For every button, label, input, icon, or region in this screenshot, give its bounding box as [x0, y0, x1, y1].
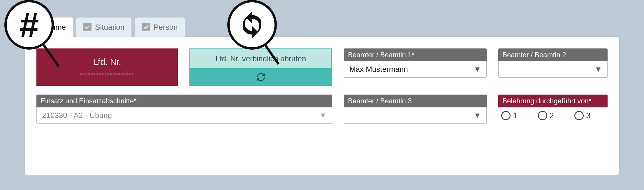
tab-bar: bernahme Situation Person — [25, 18, 619, 37]
chevron-down-icon: ▼ — [594, 65, 602, 74]
tab-label: Person — [154, 23, 177, 32]
assignment-label: Einsatz und Einsatzabschnitte* — [36, 95, 332, 107]
refresh-icon — [190, 69, 331, 85]
assignment-cell: Einsatz und Einsatzabschnitte* 210330 - … — [36, 95, 332, 124]
radio-icon — [538, 111, 547, 120]
officer-3-label: Beamter / Beamtin 3 — [344, 95, 487, 107]
officer-1-value: Max Mustermann — [349, 65, 408, 74]
radio-icon — [574, 111, 584, 120]
officer-2-select[interactable]: ▼ — [498, 61, 608, 78]
instruction-radio-3[interactable]: 3 — [574, 111, 591, 120]
lfd-nr-fetch-button[interactable]: Lfd. Nr. verbindlich abrufen — [189, 48, 332, 86]
fetch-label: Lfd. Nr. verbindlich abrufen — [190, 49, 331, 69]
radio-label: 3 — [586, 111, 591, 120]
assignment-value: 210330 - A2 - Übung — [42, 111, 112, 120]
callout-refresh — [227, 0, 277, 50]
radio-label: 2 — [550, 111, 554, 120]
officer-2-cell: Beamter / Beamtin 2 ▼ — [498, 48, 608, 86]
form-panel: Lfd. Nr. -------------------- Lfd. Nr. v… — [25, 37, 619, 175]
check-icon — [83, 23, 92, 31]
instruction-radios: 1 2 3 — [498, 107, 608, 124]
assignment-select[interactable]: 210330 - A2 - Übung ▼ — [36, 107, 332, 124]
check-icon — [142, 23, 150, 31]
instruction-cell: Belehrung durchgeführt von* 1 2 3 — [498, 95, 608, 124]
officer-1-label: Beamter / Beamtin 1* — [344, 48, 487, 61]
chevron-down-icon: ▼ — [319, 111, 327, 120]
officer-3-cell: Beamter / Beamtin 3 ▼ — [344, 95, 487, 124]
tab-situation[interactable]: Situation — [76, 18, 131, 37]
radio-icon — [501, 111, 511, 120]
tab-person[interactable]: Person — [135, 18, 184, 37]
chevron-down-icon: ▼ — [474, 65, 481, 74]
tab-label: Situation — [95, 23, 124, 32]
instruction-radio-2[interactable]: 2 — [538, 111, 554, 120]
officer-1-select[interactable]: Max Mustermann ▼ — [344, 61, 487, 78]
instruction-label: Belehrung durchgeführt von* — [498, 95, 608, 107]
refresh-icon — [237, 10, 267, 39]
radio-label: 1 — [513, 111, 518, 120]
chevron-down-icon: ▼ — [474, 111, 481, 120]
officer-3-select[interactable]: ▼ — [344, 107, 487, 124]
instruction-radio-1[interactable]: 1 — [501, 111, 518, 120]
lfd-nr-value: -------------------- — [80, 70, 134, 77]
officer-2-label: Beamter / Beamtin 2 — [498, 48, 608, 61]
lfd-nr-title: Lfd. Nr. — [93, 57, 121, 67]
callout-hash: # — [4, 0, 54, 50]
hash-icon: # — [20, 7, 39, 42]
officer-1-cell: Beamter / Beamtin 1* Max Mustermann ▼ — [344, 48, 487, 86]
